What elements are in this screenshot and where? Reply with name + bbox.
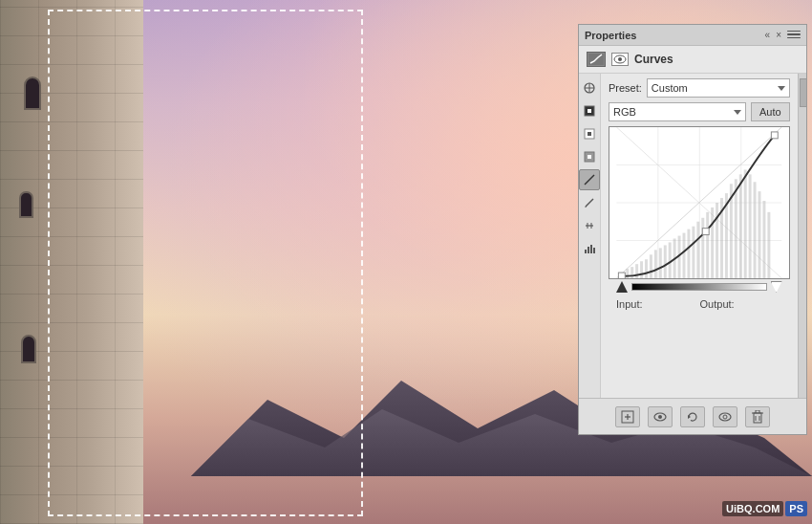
clipping-tool[interactable]	[579, 215, 600, 236]
svg-rect-52	[735, 179, 737, 278]
svg-rect-41	[683, 233, 686, 278]
svg-rect-71	[754, 413, 761, 423]
auto-button[interactable]: Auto	[751, 102, 790, 121]
panel-controls: « ×	[765, 31, 801, 40]
svg-point-4	[618, 57, 622, 61]
svg-rect-43	[692, 227, 694, 278]
svg-rect-35	[654, 250, 657, 278]
curves-graph-container: Input: Output:	[609, 126, 790, 398]
castle-stones	[0, 0, 143, 524]
white-slider[interactable]	[771, 281, 782, 293]
curves-header: Curves	[579, 46, 806, 74]
tools-sidebar	[579, 74, 601, 398]
io-row: Input: Output:	[609, 295, 790, 314]
panel-collapse-btn[interactable]: «	[765, 31, 771, 40]
curves-canvas[interactable]	[609, 126, 790, 279]
panel-bottom-toolbar	[579, 398, 806, 434]
svg-line-14	[586, 199, 593, 207]
svg-rect-34	[650, 254, 652, 278]
castle-tower	[0, 0, 191, 524]
visibility-button[interactable]	[648, 406, 673, 427]
svg-rect-42	[687, 229, 690, 278]
panel-titlebar: Properties « ×	[579, 25, 806, 46]
svg-rect-59	[767, 212, 770, 278]
menu-line-1	[787, 31, 801, 33]
castle-window-3	[21, 335, 36, 363]
histogram-tool[interactable]	[579, 238, 600, 259]
svg-rect-9	[588, 109, 591, 113]
add-adjustment-button[interactable]	[615, 406, 640, 427]
svg-rect-33	[645, 259, 648, 278]
watermark-uibq: UiBQ.COM	[722, 501, 783, 516]
reset-button[interactable]	[680, 406, 705, 427]
svg-rect-57	[759, 191, 761, 278]
curves-adjustment-icon	[587, 52, 606, 67]
svg-rect-19	[590, 245, 592, 253]
svg-rect-56	[754, 182, 757, 278]
input-label: Input:	[616, 298, 643, 310]
curves-graph-svg	[609, 127, 789, 278]
black-point-tool[interactable]	[579, 100, 600, 121]
svg-rect-48	[716, 203, 718, 278]
svg-rect-18	[588, 247, 589, 253]
preset-row: Preset: Custom Default Contrast Cross Pr…	[601, 74, 798, 102]
panel-close-btn[interactable]: ×	[776, 31, 781, 40]
svg-rect-38	[669, 242, 672, 278]
svg-rect-20	[593, 248, 595, 253]
svg-rect-62	[618, 273, 625, 278]
svg-rect-54	[744, 169, 747, 278]
svg-rect-32	[640, 261, 643, 278]
svg-rect-11	[588, 132, 591, 136]
svg-point-67	[658, 415, 662, 419]
output-label: Output:	[700, 298, 735, 310]
properties-panel: Properties « × Curves	[578, 24, 807, 435]
svg-point-69	[719, 413, 731, 421]
view-previous-button[interactable]	[713, 406, 737, 427]
svg-rect-37	[664, 245, 667, 278]
svg-rect-55	[749, 174, 752, 278]
channel-select[interactable]: RGB Red Green Blue	[609, 102, 746, 121]
scrollbar-thumb[interactable]	[800, 78, 806, 107]
svg-rect-53	[739, 174, 742, 278]
white-point-tool[interactable]	[579, 123, 600, 144]
panel-menu-icon[interactable]	[787, 31, 801, 40]
menu-line-2	[787, 33, 801, 35]
svg-rect-46	[706, 212, 709, 278]
gradient-slider-track[interactable]	[631, 283, 767, 291]
svg-rect-61	[771, 132, 778, 139]
svg-rect-36	[659, 248, 662, 278]
svg-point-70	[723, 415, 727, 419]
panel-content: Preset: Custom Default Contrast Cross Pr…	[579, 74, 806, 398]
preset-label: Preset:	[609, 82, 642, 94]
auto-correct-tool[interactable]	[579, 77, 600, 98]
gray-point-tool[interactable]	[579, 146, 600, 167]
panel-title: Properties	[585, 30, 636, 41]
panel-scrollbar[interactable]	[798, 74, 806, 398]
channel-row: RGB Red Green Blue Auto	[601, 102, 798, 126]
svg-rect-60	[702, 229, 709, 235]
watermark: UiBQ.COM PS	[722, 501, 807, 516]
curves-title: Curves	[634, 53, 673, 66]
watermark-ps: PS	[785, 501, 807, 516]
castle-window-2	[19, 191, 33, 218]
panel-main: Preset: Custom Default Contrast Cross Pr…	[601, 74, 798, 398]
curve-tool[interactable]	[579, 169, 600, 190]
black-slider[interactable]	[616, 281, 628, 293]
svg-rect-17	[585, 250, 587, 253]
svg-rect-13	[588, 155, 591, 159]
delete-button[interactable]	[745, 406, 770, 427]
preset-select[interactable]: Custom Default Contrast Cross Process Da…	[647, 78, 790, 98]
menu-line-3	[787, 37, 801, 39]
graph-sliders	[609, 279, 790, 295]
svg-rect-47	[711, 207, 714, 278]
svg-rect-45	[701, 218, 704, 278]
svg-rect-58	[762, 201, 765, 278]
layer-visibility-toggle[interactable]	[611, 53, 629, 66]
svg-rect-44	[696, 222, 699, 278]
pencil-tool[interactable]	[579, 192, 600, 213]
castle-window-1	[24, 76, 41, 110]
